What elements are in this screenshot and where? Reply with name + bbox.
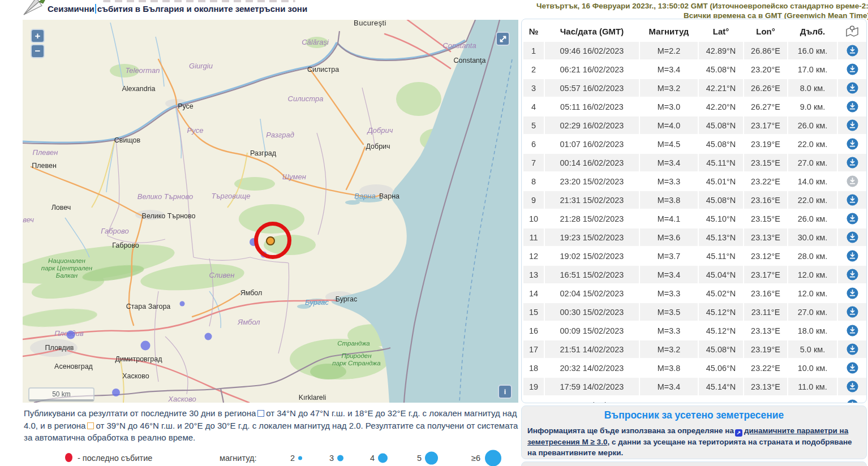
page-title-rest: събития в България и околните земетръсни… — [97, 4, 307, 14]
download-icon — [846, 213, 858, 225]
download-button[interactable] — [838, 116, 866, 134]
download-button[interactable] — [838, 191, 866, 209]
cell-lat: 45.08°N — [699, 191, 743, 209]
cell-lat: 45.01°N — [699, 172, 743, 190]
download-button[interactable] — [838, 303, 866, 321]
event-dot[interactable] — [141, 341, 151, 351]
cell-depth: 26.0 км. — [788, 116, 837, 134]
download-button[interactable] — [838, 284, 866, 302]
download-button[interactable] — [838, 247, 866, 265]
download-icon — [846, 250, 858, 262]
cell-lat: 45.12°N — [699, 322, 743, 339]
download-button[interactable] — [838, 378, 866, 395]
download-button[interactable] — [838, 172, 866, 190]
cell-lon: 23.13°E — [744, 322, 787, 339]
last-event-marker[interactable] — [266, 236, 275, 245]
event-dot[interactable] — [180, 301, 185, 307]
cell-n: 6 — [523, 135, 544, 153]
download-button[interactable] — [838, 154, 866, 171]
cell-depth: 27.0 км. — [788, 303, 837, 321]
event-dot[interactable] — [67, 331, 75, 339]
map-scale-bar: 50 km — [28, 387, 94, 402]
cell-depth: 8.0 км. — [788, 79, 837, 97]
map-pin-icon — [845, 24, 860, 38]
cell-mag: M=3.0 — [640, 98, 698, 115]
download-button[interactable] — [838, 210, 866, 227]
table-row: 823:20 15/02/2023M=3.345.01°N23.22°E14.0… — [523, 172, 866, 190]
cell-depth: 16.0 км. — [788, 42, 837, 59]
fullscreen-button[interactable] — [496, 32, 510, 46]
cell-lat: 42.89°N — [699, 42, 743, 59]
cell-lon: 23.11°E — [744, 303, 787, 321]
download-button[interactable] — [838, 396, 866, 403]
map-base-layer — [23, 20, 518, 403]
download-button[interactable] — [838, 98, 866, 115]
cell-lat: 45.02°N — [699, 284, 743, 302]
cell-mag: M=3.2 — [640, 79, 698, 97]
cell-mag: M=3.4 — [640, 266, 698, 283]
table-row: 1119:23 15/02/2023M=3.645.13°N23.13°E30.… — [523, 228, 866, 246]
cell-depth: 22.0 км. — [788, 135, 837, 153]
cell-n: 9 — [523, 191, 544, 209]
bottom-panel-edge — [521, 461, 867, 466]
cell-time: 06:21 16/02/2023 — [545, 61, 639, 78]
cell-lat: 45.13°N — [699, 228, 743, 246]
zoom-in-button[interactable]: + — [31, 29, 45, 43]
cell-mag: M=3.2 — [640, 340, 698, 358]
cell-lat: 45.04°N — [699, 266, 743, 283]
download-button[interactable] — [838, 42, 866, 59]
cell-lat: 42.20°N — [699, 98, 743, 115]
download-button[interactable] — [838, 322, 866, 339]
download-button[interactable] — [838, 266, 866, 283]
download-icon — [846, 157, 858, 169]
col-depth: Дълб. — [788, 23, 837, 40]
download-icon — [846, 45, 858, 57]
events-table-panel: № Час/дата (GMT) Магнитуд Lat° Lon° Дълб… — [521, 19, 867, 403]
table-row: 305:57 16/02/2023M=3.242.21°N26.26°E8.0 … — [523, 79, 866, 97]
cell-lat: 45.17°N — [699, 396, 743, 403]
info-button[interactable]: i — [498, 385, 512, 399]
cell-time: 23:20 15/02/2023 — [545, 172, 639, 190]
download-icon — [846, 63, 858, 75]
cell-time: 15:47 14/02/2023 — [545, 396, 639, 403]
download-button[interactable] — [838, 135, 866, 153]
cell-n: 18 — [523, 359, 544, 377]
questionnaire-panel: Въпросник за усетено земетресение Информ… — [521, 405, 867, 459]
download-button[interactable] — [838, 340, 866, 358]
event-dot[interactable] — [112, 389, 120, 396]
blue-region-square-icon — [257, 410, 264, 417]
cell-lat: 45.11°N — [699, 154, 743, 171]
cell-mag: M=4.5 — [640, 135, 698, 153]
site-logo — [22, 0, 48, 17]
cell-time: 05:57 16/02/2023 — [545, 79, 639, 97]
fullscreen-icon — [499, 35, 507, 43]
questionnaire-title-link[interactable]: Въпросник за усетено земетресение — [522, 409, 866, 421]
cell-depth: 10.0 км. — [788, 359, 837, 377]
cell-lat: 42.21°N — [699, 79, 743, 97]
event-dot[interactable] — [205, 333, 212, 340]
zoom-out-button[interactable]: − — [31, 44, 45, 58]
cell-n: 17 — [523, 340, 544, 358]
download-button[interactable] — [838, 61, 866, 78]
cell-n: 19 — [523, 378, 544, 395]
cell-n: 8 — [523, 172, 544, 190]
download-icon — [846, 194, 858, 206]
cell-lon: 23.15°E — [744, 210, 787, 227]
download-button[interactable] — [838, 228, 866, 246]
cell-time: 21:28 15/02/2023 — [545, 210, 639, 227]
seismic-map[interactable]: BucureştiCălăraşiСилистраСилистраConstan… — [23, 20, 518, 403]
cell-n: 5 — [523, 116, 544, 134]
download-button[interactable] — [838, 359, 866, 377]
cell-lon: 23.22°E — [744, 359, 787, 377]
table-row: 109:46 16/02/2023M=2.242.89°N26.86°E16.0… — [523, 42, 866, 59]
cell-mag: M=3.4 — [640, 61, 698, 78]
cell-lat: 45.08°N — [699, 135, 743, 153]
cell-depth: 12.0 км. — [788, 284, 837, 302]
cell-time: 21:31 15/02/2023 — [545, 191, 639, 209]
table-row: 601:07 16/02/2023M=4.545.08°N23.19°E22.0… — [523, 135, 866, 153]
col-lon: Lon° — [744, 23, 787, 40]
download-button[interactable] — [838, 79, 866, 97]
cell-mag: M=3.6 — [640, 228, 698, 246]
cell-lon: 23.19°E — [744, 340, 787, 358]
download-icon — [846, 399, 858, 403]
